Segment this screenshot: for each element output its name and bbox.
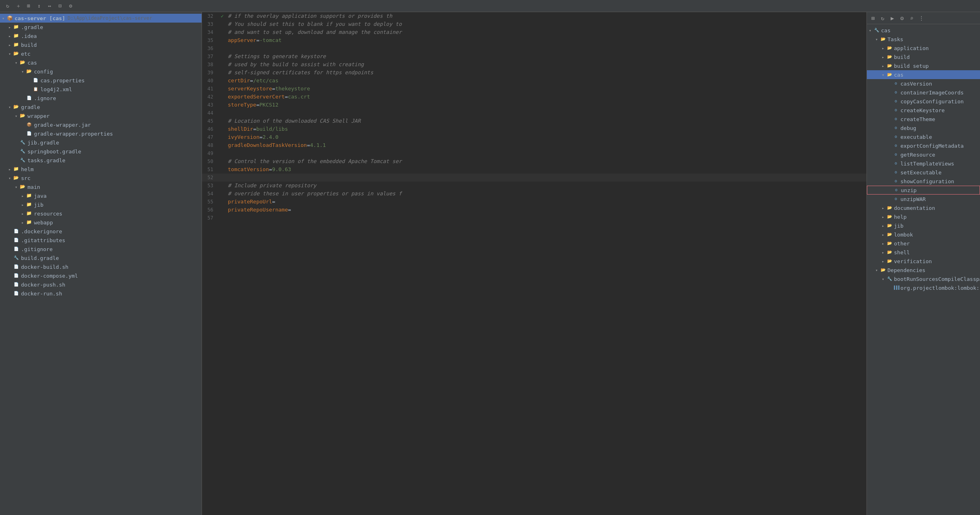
g-item-shell-task[interactable]: shell (867, 248, 980, 257)
g-item-casVersion[interactable]: casVersion (867, 79, 980, 88)
g-item-help[interactable]: help (867, 212, 980, 221)
tree-item-docker-compose[interactable]: docker-compose.yml (0, 271, 202, 280)
line-check-32: ✓ (218, 12, 226, 20)
line-content-42[interactable]: exportedServerCert=cas.crt (226, 93, 866, 101)
tree-item-wrapper-props[interactable]: gradle-wrapper.properties (0, 129, 202, 138)
g-item-dependencies[interactable]: Dependencies (867, 266, 980, 274)
line-content-34[interactable]: # and want to set up, download and manag… (226, 28, 866, 36)
toolbar-btn-6[interactable]: ⊟ (56, 2, 65, 10)
tree-item-idea[interactable]: .idea (0, 31, 202, 40)
tree-item-dockerignore[interactable]: .dockerignore (0, 227, 202, 236)
g-item-debug[interactable]: debug (867, 124, 980, 132)
line-content-48[interactable]: gradleDownloadTaskVersion=4.1.1 (226, 141, 866, 149)
line-content-45[interactable]: # Location of the downloaded CAS Shell J… (226, 117, 866, 125)
g-item-jib-task[interactable]: jib (867, 221, 980, 230)
line-content-55[interactable]: privateRepoUrl= (226, 198, 866, 206)
toolbar-btn-7[interactable]: ⚙ (66, 2, 75, 10)
toolbar-btn-1[interactable]: ↻ (3, 2, 12, 10)
line-content-46[interactable]: shellDir=build/libs (226, 125, 866, 133)
line-content-53[interactable]: # Include private repository (226, 182, 866, 190)
line-content-37[interactable]: # Settings to generate keystore (226, 52, 866, 61)
tree-item-java[interactable]: java (0, 191, 202, 200)
project-root[interactable]: 📦 cas-server [cas] D:\App\ideaProject\ca… (0, 14, 202, 23)
line-content-33[interactable]: # You should set this to blank if you wa… (226, 20, 866, 28)
tree-item-webapp[interactable]: webapp (0, 218, 202, 227)
g-item-documentation[interactable]: documentation (867, 203, 980, 212)
line-content-39[interactable]: # self-signed certificates for https end… (226, 69, 866, 77)
toolbar-btn-2[interactable]: ＋ (14, 2, 23, 10)
tree-item-wrapper-jar[interactable]: gradle-wrapper.jar (0, 120, 202, 129)
tree-item-main[interactable]: main (0, 182, 202, 191)
tree-item-log4j2[interactable]: log4j2.xml (0, 85, 202, 94)
g-item-getResource[interactable]: getResource (867, 150, 980, 159)
tree-item-gitignore[interactable]: .gitignore (0, 245, 202, 253)
line-content-41[interactable]: serverKeystore=thekeystore (226, 85, 866, 93)
line-content-38[interactable]: # used by the build to assist with creat… (226, 61, 866, 69)
tree-item-wrapper[interactable]: wrapper (0, 111, 202, 120)
tree-item-tasks-gradle[interactable]: tasks.gradle (0, 156, 202, 165)
gradle-expand-all-btn[interactable]: ⊞ (869, 14, 877, 23)
line-content-56[interactable]: privateRepoUsername= (226, 206, 866, 214)
g-item-createTheme[interactable]: createTheme (867, 115, 980, 124)
g-item-other[interactable]: other (867, 239, 980, 248)
tree-item-jib[interactable]: jib (0, 200, 202, 209)
gradle-settings-btn[interactable]: ⚙ (898, 14, 906, 23)
tree-item-casprops[interactable]: cas.properties (0, 76, 202, 85)
tree-item-docker-run[interactable]: docker-run.sh (0, 289, 202, 298)
g-item-application[interactable]: application (867, 44, 980, 52)
line-content-54[interactable]: # override these in user properties or p… (226, 190, 866, 198)
tree-item-build-gradle[interactable]: build.gradle (0, 253, 202, 262)
gradle-refresh-btn[interactable]: ↻ (878, 14, 887, 23)
line-content-47[interactable]: ivyVersion=2.4.0 (226, 133, 866, 141)
line-content-51[interactable]: tomcatVersion=9.0.63 (226, 165, 866, 174)
g-item-lombok[interactable]: lombok (867, 230, 980, 239)
g-item-createKeystore[interactable]: createKeystore (867, 106, 980, 115)
tree-item-build[interactable]: build (0, 40, 202, 49)
tree-item-resources[interactable]: resources (0, 209, 202, 218)
g-item-cas-task[interactable]: cas (867, 70, 980, 79)
g-item-copyCasConfiguration[interactable]: copyCasConfiguration (867, 97, 980, 106)
tree-item-gitattributes[interactable]: .gitattributes (0, 236, 202, 245)
g-item-unzip[interactable]: unzip (867, 186, 980, 195)
tree-item-docker-push[interactable]: docker-push.sh (0, 280, 202, 289)
gradle-more-btn[interactable]: ⋮ (917, 14, 926, 23)
tree-item-jib-gradle[interactable]: jib.gradle (0, 138, 202, 147)
g-item-tasks[interactable]: Tasks (867, 35, 980, 44)
g-item-listTemplateViews[interactable]: listTemplateViews (867, 159, 980, 168)
tree-item-springboot-gradle[interactable]: springboot.gradle (0, 147, 202, 156)
line-content-35[interactable]: appServer=-tomcat (226, 36, 866, 44)
toolbar-btn-3[interactable]: ⊞ (24, 2, 33, 10)
tree-item-src[interactable]: src (0, 174, 202, 182)
g-label-executable: executable (900, 134, 932, 140)
tree-item-docker-build[interactable]: docker-build.sh (0, 262, 202, 271)
line-content-40[interactable]: certDir=/etc/cas (226, 77, 866, 85)
g-item-build-task[interactable]: build (867, 52, 980, 61)
line-content-50[interactable]: # Control the version of the embedded Ap… (226, 157, 866, 165)
g-item-build-setup[interactable]: build setup (867, 61, 980, 70)
tree-item-etc-cas[interactable]: cas (0, 58, 202, 67)
g-item-executable[interactable]: executable (867, 132, 980, 141)
line-content-43[interactable]: storeType=PKCS12 (226, 101, 866, 109)
toolbar-btn-4[interactable]: ↕ (35, 2, 44, 10)
line-number-42: 42 (202, 93, 218, 101)
g-item-verification[interactable]: verification (867, 257, 980, 266)
g-item-bootRunSources[interactable]: bootRunSourcesCompileClasspath (867, 274, 980, 283)
g-item-setExecutable[interactable]: setExecutable (867, 168, 980, 177)
tree-item-ignore-cas[interactable]: .ignore (0, 94, 202, 103)
g-item-containerImageCoords[interactable]: containerImageCoords (867, 88, 980, 97)
tree-item-gradle[interactable]: .gradle (0, 23, 202, 31)
arrow-g-shell-task (880, 250, 886, 255)
tree-item-etc[interactable]: etc (0, 49, 202, 58)
gradle-run-btn[interactable]: ▶ (888, 14, 897, 23)
tree-item-config[interactable]: config (0, 67, 202, 76)
g-item-lombok-dep[interactable]: ▐▐▐ org.projectlombok:lombok:1.18.24 (867, 283, 980, 292)
g-item-showConfiguration[interactable]: showConfiguration (867, 177, 980, 186)
toolbar-btn-5[interactable]: ↔ (45, 2, 54, 10)
g-item-unzipWAR[interactable]: unzipWAR (867, 195, 980, 203)
line-content-32[interactable]: # if the overlay application supports or… (226, 12, 866, 20)
g-item-exportConfigMetadata[interactable]: exportConfigMetadata (867, 141, 980, 150)
gradle-search-btn[interactable]: ⌕ (907, 14, 916, 23)
g-item-cas-root[interactable]: cas (867, 26, 980, 35)
tree-item-helm[interactable]: helm (0, 165, 202, 174)
tree-item-gradle-dir[interactable]: gradle (0, 103, 202, 111)
